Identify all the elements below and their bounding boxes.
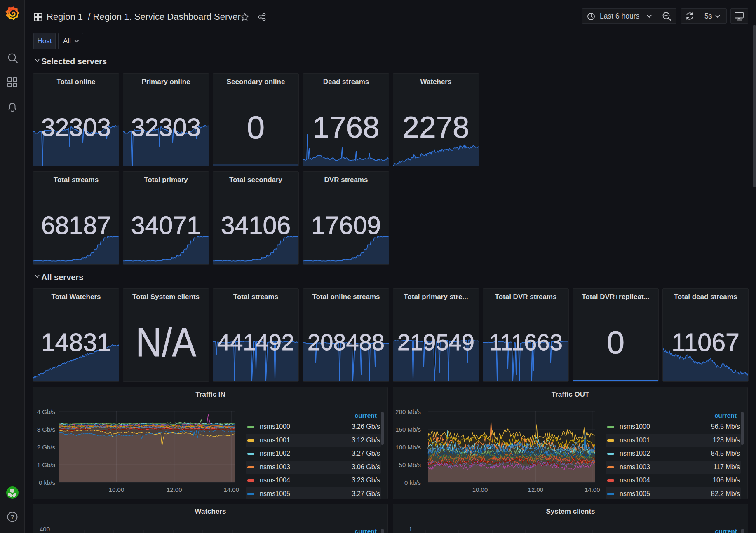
svg-text:?: ?: [11, 514, 14, 520]
